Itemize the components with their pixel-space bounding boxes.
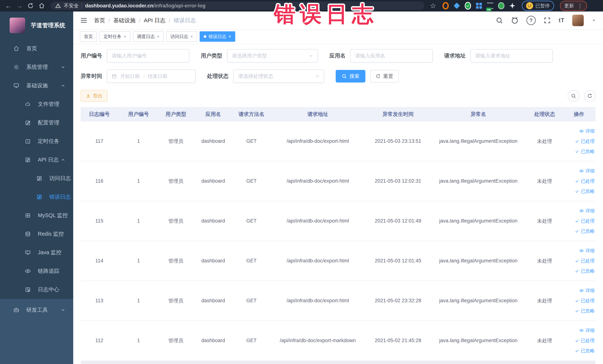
sidebar-item-dev-tools[interactable]: 研发工具 <box>0 301 73 319</box>
github-icon[interactable] <box>511 16 519 24</box>
sidebar-item-access-log[interactable]: 访问日志 <box>0 169 73 188</box>
ignored-link[interactable]: 已忽略 <box>575 268 595 274</box>
detail-link[interactable]: 详细 <box>579 247 595 254</box>
processed-link[interactable]: 已处理 <box>575 178 595 184</box>
table-row: 115 1 管理员 dashboard GET /api/infra/db-do… <box>81 201 596 241</box>
extension-icon-onetab[interactable]: on <box>487 3 493 9</box>
close-icon[interactable]: × <box>124 34 126 39</box>
ignored-link[interactable]: 已忽略 <box>575 148 595 154</box>
detail-link[interactable]: 详细 <box>579 327 595 333</box>
sidebar-fold-icon[interactable] <box>80 16 88 24</box>
ignored-link[interactable]: 已忽略 <box>575 228 595 234</box>
close-icon[interactable]: × <box>190 34 193 39</box>
fullscreen-icon[interactable] <box>544 17 551 24</box>
ignored-link[interactable]: 已忽略 <box>575 308 595 314</box>
search-button[interactable]: 搜索 <box>336 70 365 82</box>
app-logo[interactable]: 芋道管理系统 <box>0 12 73 39</box>
sidebar-item-label: 文件管理 <box>38 101 59 108</box>
tab-home[interactable]: 首页 <box>80 31 97 42</box>
font-size-icon[interactable]: tT <box>559 17 564 24</box>
process-status-select[interactable] <box>233 70 324 83</box>
extension-icon-green-sprout[interactable] <box>498 3 504 9</box>
user-type-select[interactable] <box>227 49 318 62</box>
processed-link[interactable]: 已处理 <box>575 138 595 144</box>
sidebar-item-error-log[interactable]: 错误日志 <box>0 188 73 206</box>
start-date-placeholder[interactable]: 开始日期 <box>120 73 139 80</box>
sidebar-item-system-management[interactable]: 系统管理 <box>0 58 73 76</box>
ignored-link[interactable]: 已忽略 <box>575 348 595 354</box>
security-label[interactable]: 不安全 <box>64 2 79 9</box>
update-chip[interactable]: 更新 ⋮ <box>560 1 587 11</box>
avatar[interactable] <box>572 15 584 26</box>
search-icon[interactable] <box>496 17 503 24</box>
page-content: 用户编号 用户类型 应用名 请求地址 <box>73 44 603 364</box>
bookmark-star-icon[interactable]: ☆ <box>428 1 438 11</box>
app-name-input[interactable] <box>350 49 433 62</box>
cell-request-url: /api/infra/db-doc/export-markdown <box>269 321 366 361</box>
profile-chip[interactable]: 已暂停 <box>522 1 554 11</box>
cell-app-name: dashboard <box>193 121 234 161</box>
processed-link[interactable]: 已处理 <box>575 338 595 344</box>
detail-link[interactable]: 详细 <box>579 287 595 294</box>
help-icon[interactable]: ? <box>526 16 536 25</box>
exception-time-range-picker[interactable]: 开始日期 - 结束日期 <box>107 70 196 83</box>
browser-menu-icon[interactable]: ⋮ <box>577 3 583 9</box>
sidebar-item-java-monitor[interactable]: Java 监控 <box>0 243 73 262</box>
horizontal-scrollbar[interactable] <box>81 361 596 364</box>
sidebar-item-trace[interactable]: 链路追踪 <box>0 262 73 280</box>
close-icon[interactable]: × <box>229 34 231 39</box>
tab-schedule-log[interactable]: 调度日志× <box>133 31 164 42</box>
extension-icon-green-check[interactable] <box>465 3 471 9</box>
processed-link[interactable]: 已处理 <box>575 258 595 264</box>
tab-access-log[interactable]: 访问日志× <box>166 31 197 42</box>
sidebar-item-redis-monitor[interactable]: Redis 监控 <box>0 225 73 243</box>
cell-exception-time: 2021-05-02 23:32:28 <box>366 281 430 321</box>
sidebar-item-home[interactable]: 首页 <box>0 39 73 58</box>
breadcrumb-item[interactable]: API 日志 <box>144 17 165 24</box>
url-domain: dashboard.yudao.iocoder.cn <box>85 3 153 9</box>
extension-icon-blue-grid[interactable] <box>476 3 482 9</box>
ignored-link[interactable]: 已忽略 <box>575 188 595 194</box>
detail-link[interactable]: 详细 <box>579 128 595 134</box>
sidebar-item-api-log[interactable]: API 日志 <box>0 151 73 169</box>
user-id-input[interactable] <box>107 49 189 62</box>
refresh-table-button[interactable] <box>584 90 596 102</box>
close-icon[interactable]: × <box>157 34 160 39</box>
sidebar-item-infrastructure[interactable]: 基础设施 <box>0 76 73 95</box>
end-date-placeholder[interactable]: 结束日期 <box>148 73 167 80</box>
sidebar-item-config-management[interactable]: 配置管理 <box>0 114 73 132</box>
tags-view-bar: 首页 定时任务× 调度日志× 访问日志× 错误日志× <box>73 29 603 44</box>
tab-error-log[interactable]: 错误日志× <box>200 31 235 42</box>
browser-reload-icon[interactable] <box>26 1 35 11</box>
filter-row-2: 异常时间 开始日期 - 结束日期 处理状态 <box>81 70 596 83</box>
caret-down-icon[interactable] <box>591 18 596 23</box>
detail-link[interactable]: 详细 <box>579 208 595 214</box>
sidebar-item-mysql-monitor[interactable]: MySQL 监控 <box>0 206 73 225</box>
tab-scheduled-tasks[interactable]: 定时任务× <box>100 31 130 42</box>
detail-link[interactable]: 详细 <box>579 168 595 174</box>
toggle-search-button[interactable] <box>568 90 579 102</box>
sidebar-item-scheduled-tasks[interactable]: 定时任务 <box>0 132 73 151</box>
extension-icon-orange[interactable] <box>442 3 449 9</box>
cell-request-url: /api/infra/db-doc/export-html <box>269 161 366 201</box>
extension-icon-blue-kite[interactable] <box>453 3 460 9</box>
browser-home-icon[interactable] <box>37 1 47 11</box>
request-url-input[interactable] <box>470 49 553 62</box>
reset-button[interactable]: 重置 <box>370 70 399 82</box>
cell-request-url: /api/infra/db-doc/export-html <box>269 281 366 321</box>
processed-link[interactable]: 已处理 <box>575 298 595 304</box>
browser-back-icon[interactable]: ← <box>3 1 13 11</box>
column-header: 请求方法名 <box>234 107 269 121</box>
breadcrumb-item[interactable]: 基础设施 <box>113 17 136 24</box>
page-url[interactable]: dashboard.yudao.iocoder.cn/infra/log/api… <box>85 3 206 9</box>
breadcrumb-item[interactable]: 首页 <box>94 17 105 24</box>
extensions-puzzle-icon[interactable] <box>509 3 515 9</box>
processed-link[interactable]: 已处理 <box>575 218 595 224</box>
export-button[interactable]: 导出 <box>81 90 108 102</box>
browser-forward-icon[interactable]: → <box>14 1 24 11</box>
search-icon <box>342 74 347 79</box>
processed-link-label: 已处理 <box>581 338 595 344</box>
mysql-icon <box>25 212 32 218</box>
sidebar-item-file-management[interactable]: 文件管理 <box>0 95 73 114</box>
sidebar-item-log-center[interactable]: 日志中心 <box>0 280 73 299</box>
